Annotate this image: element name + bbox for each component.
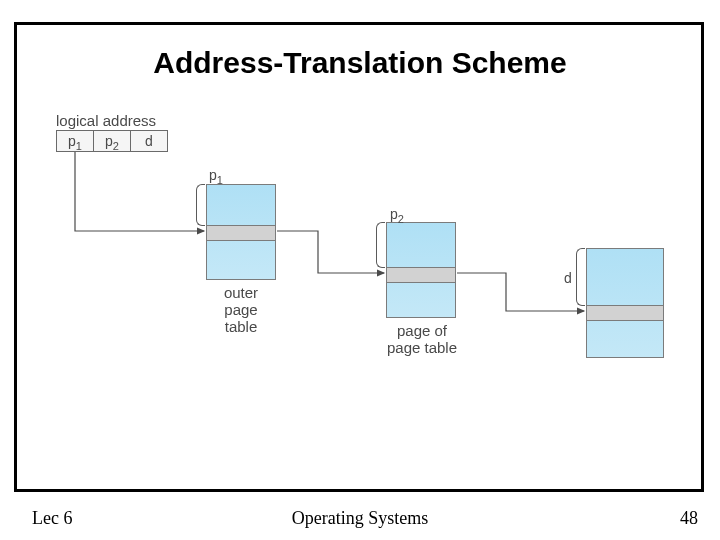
arrows xyxy=(56,112,686,392)
footer-right: 48 xyxy=(680,508,698,529)
slide-title: Address-Translation Scheme xyxy=(0,46,720,80)
footer-center: Operating Systems xyxy=(0,508,720,529)
diagram-area: logical address p1 p2 d p1 outer page ta… xyxy=(56,112,686,392)
